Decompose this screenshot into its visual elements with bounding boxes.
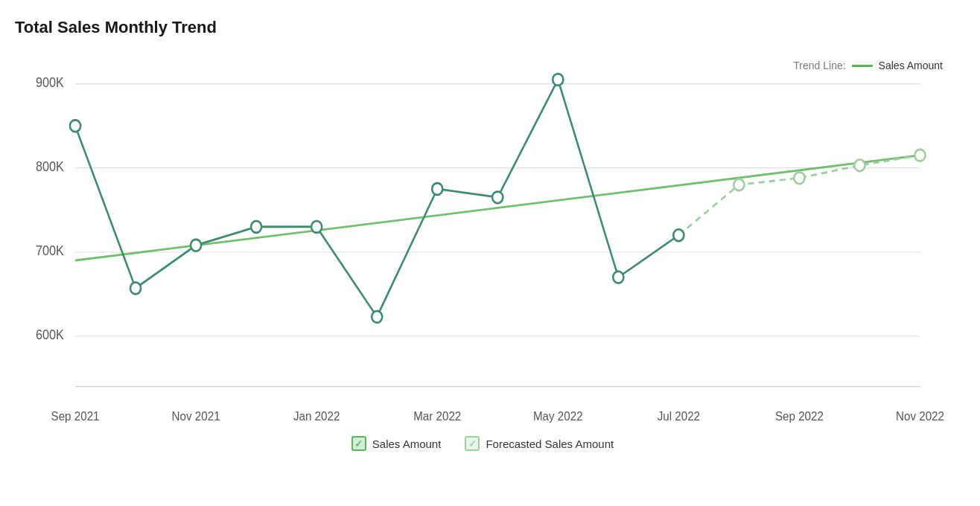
data-point <box>130 282 141 294</box>
legend-forecast-label: Forecasted Sales Amount <box>486 438 614 450</box>
data-point <box>372 311 382 323</box>
forecast-point <box>914 150 925 161</box>
data-point <box>432 183 442 195</box>
svg-text:600K: 600K <box>36 327 64 342</box>
chart-container: Total Sales Monthly Trend Trend Line: Sa… <box>0 0 980 506</box>
chart-legend: ✓ Sales Amount ✓ Forecasted Sales Amount <box>15 427 950 454</box>
sales-checkbox[interactable]: ✓ <box>351 436 366 451</box>
legend-sales-amount: ✓ Sales Amount <box>351 436 442 451</box>
checkmark-forecast-icon: ✓ <box>468 438 477 449</box>
forecast-point <box>794 172 804 184</box>
svg-text:Jan 2022: Jan 2022 <box>293 409 340 423</box>
forecast-line <box>678 156 920 235</box>
forecast-point <box>854 159 865 171</box>
legend-forecast: ✓ Forecasted Sales Amount <box>465 436 614 451</box>
svg-text:Jul 2022: Jul 2022 <box>658 409 700 423</box>
sales-line <box>75 80 678 317</box>
svg-text:Sep 2022: Sep 2022 <box>775 409 824 423</box>
data-point <box>251 221 261 233</box>
data-point <box>191 240 201 252</box>
svg-text:800K: 800K <box>36 158 64 174</box>
forecast-checkbox[interactable]: ✓ <box>465 436 480 451</box>
data-point <box>492 191 503 203</box>
svg-text:700K: 700K <box>36 243 64 258</box>
data-point <box>311 221 322 233</box>
legend-sales-label: Sales Amount <box>372 438 442 450</box>
svg-text:900K: 900K <box>36 74 64 90</box>
chart-area: 900K 800K 700K 600K Sep 2021 Nov 2021 Ja… <box>15 67 950 454</box>
chart-svg: 900K 800K 700K 600K Sep 2021 Nov 2021 Ja… <box>15 67 950 454</box>
svg-text:Mar 2022: Mar 2022 <box>413 409 461 423</box>
svg-text:May 2022: May 2022 <box>533 409 583 423</box>
checkmark-icon: ✓ <box>354 438 363 449</box>
svg-text:Sep 2021: Sep 2021 <box>51 409 100 423</box>
data-point <box>70 120 80 132</box>
svg-text:Nov 2021: Nov 2021 <box>172 409 220 423</box>
data-point <box>673 229 684 241</box>
data-point <box>553 74 563 86</box>
chart-title: Total Sales Monthly Trend <box>15 18 950 37</box>
forecast-point <box>734 179 744 190</box>
svg-text:Nov 2022: Nov 2022 <box>896 409 944 423</box>
data-point <box>613 272 623 284</box>
